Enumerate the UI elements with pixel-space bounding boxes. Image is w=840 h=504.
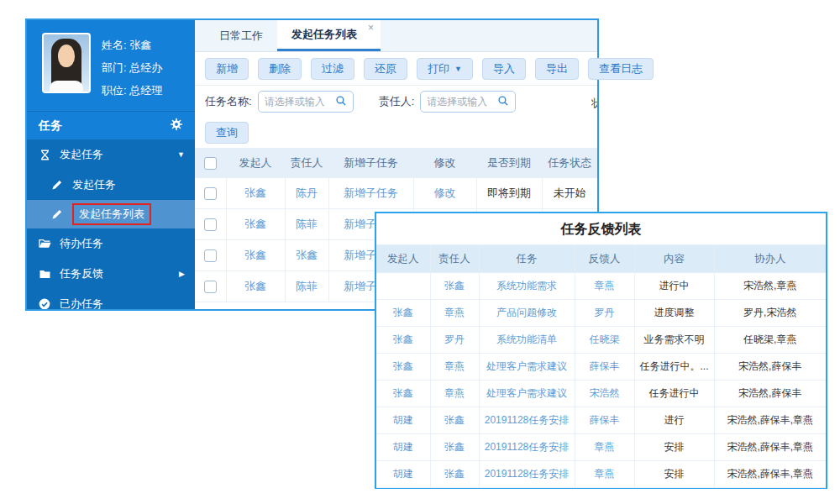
check-circle-icon [37, 297, 52, 309]
feedback-row[interactable]: 张鑫 罗丹 系统功能清单 任晓渠 业务需求不明 任晓渠,章燕 [376, 327, 826, 354]
tab-daily-work[interactable]: 日常工作 [205, 20, 277, 51]
sidebar-item-label: 发起任务 [72, 177, 116, 192]
sidebar-item-label: 发起任务 [60, 147, 103, 162]
feedback-row[interactable]: 张鑫 章燕 产品问题修改 罗丹 进度调整 罗丹,宋浩然 [376, 300, 826, 327]
toolbar: 新增 删除 过滤 还原 打印▼ 导入 导出 查看日志 [195, 52, 597, 86]
input-placeholder: 请选择或输入 [265, 95, 325, 109]
sidebar-item-label: 发起任务列表 [79, 207, 144, 220]
annotation-red-box: 发起任务列表 [72, 203, 151, 225]
header-owner: 责任人 [430, 245, 479, 273]
row-checkbox[interactable] [204, 249, 217, 262]
pencil-icon [50, 179, 65, 191]
tab-bar: 日常工作 发起任务列表 × [195, 20, 597, 52]
cell-originator: 张鑫 [226, 178, 285, 209]
cell-task-link[interactable]: 产品问题修改 [479, 300, 575, 327]
section-title: 任务 [39, 118, 62, 134]
header-feedback-person: 反馈人 [575, 245, 634, 273]
tab-initiate-task-list[interactable]: 发起任务列表 × [277, 20, 381, 51]
search-icon[interactable] [497, 95, 509, 109]
sidebar-item-label: 任务反馈 [60, 266, 103, 281]
cell-task-link[interactable]: 20191128任务安排 [479, 407, 575, 434]
header-checkbox-cell [195, 149, 226, 178]
cell-collaborators: 宋浩然,薛保丰,章燕 [714, 407, 826, 434]
button-label: 导入 [493, 61, 515, 76]
cell-collaborators: 宋浩然,薛保丰,章燕 [714, 434, 826, 461]
feedback-row[interactable]: 张鑫 章燕 处理客户需求建议 宋浩然 任务进行中 宋浩然,薛保丰 [376, 381, 826, 407]
cell-originator: 胡建 [376, 434, 430, 461]
row-checkbox-cell [195, 209, 226, 240]
cell-content: 进行 [634, 407, 714, 434]
row-checkbox[interactable] [204, 218, 217, 231]
restore-button[interactable]: 还原 [364, 58, 407, 80]
cell-task-link[interactable]: 处理客户需求建议 [479, 381, 575, 407]
query-button[interactable]: 查询 [205, 122, 249, 144]
cell-add-subtask-link[interactable]: 新增子任务 [328, 178, 413, 209]
cell-task-link[interactable]: 20191128任务安排 [479, 461, 575, 488]
print-button[interactable]: 打印▼ [417, 58, 473, 80]
task-table-row[interactable]: 张鑫 陈丹 新增子任务 修改 即将到期 未开始 [195, 178, 597, 209]
delete-button[interactable]: 删除 [258, 58, 302, 80]
close-icon[interactable]: × [368, 22, 374, 34]
header-collaborators: 协办人 [714, 245, 826, 273]
cell-owner: 陈菲 [285, 209, 328, 240]
sidebar-section-tasks[interactable]: 任务 [27, 111, 195, 139]
caret-down-icon[interactable]: ▼ [177, 150, 185, 159]
cell-content: 任务进行中。... [634, 354, 714, 381]
cell-owner: 章燕 [430, 354, 479, 381]
cell-task-link[interactable]: 系统功能清单 [479, 327, 575, 354]
task-name-input[interactable]: 请选择或输入 [258, 91, 354, 113]
feedback-row[interactable]: 胡建 张鑫 20191128任务安排 章燕 安排 宋浩然,薛保丰,章燕 [376, 461, 826, 488]
view-log-button[interactable]: 查看日志 [588, 58, 654, 80]
sidebar-item-initiate-task-group[interactable]: 发起任务 ▼ [27, 139, 195, 170]
cell-task-link[interactable]: 20191128任务安排 [479, 434, 575, 461]
query-row: 查询 [195, 118, 597, 148]
profile-info: 姓名: 张鑫 部门: 总经办 职位: 总经理 [102, 34, 162, 111]
import-button[interactable]: 导入 [482, 58, 526, 80]
sidebar-item-task-feedback[interactable]: 任务反馈 ▶ [27, 259, 195, 289]
cell-feedback-person: 任晓渠 [575, 327, 634, 354]
gear-icon[interactable] [170, 118, 183, 134]
button-label: 打印 [428, 61, 449, 76]
feedback-row[interactable]: 胡建 张鑫 20191128任务安排 章燕 安排 宋浩然,薛保丰,章燕 [376, 434, 826, 461]
pencil-icon [50, 208, 65, 220]
feedback-row[interactable]: 张鑫 章燕 处理客户需求建议 薛保丰 任务进行中。... 宋浩然,薛保丰 [376, 354, 826, 381]
filter-button[interactable]: 过滤 [311, 58, 354, 80]
add-button[interactable]: 新增 [205, 58, 249, 80]
owner-input[interactable]: 请选择或输入 [420, 91, 516, 113]
cell-originator: 张鑫 [226, 209, 285, 240]
cell-feedback-person: 罗丹 [575, 300, 634, 327]
cell-content: 安排 [634, 461, 714, 488]
folder-open-icon [37, 237, 52, 250]
sidebar-item-initiate-task-list[interactable]: 发起任务列表 [27, 200, 195, 228]
sidebar-item-done-tasks[interactable]: 已办任务 [27, 289, 195, 309]
profile-name-row: 姓名: 张鑫 [102, 34, 162, 56]
search-icon[interactable] [335, 95, 347, 109]
cell-owner: 张鑫 [430, 273, 479, 300]
cell-task-link[interactable]: 处理客户需求建议 [479, 354, 575, 381]
feedback-row[interactable]: 胡建 张鑫 20191128任务安排 薛保丰 进行 宋浩然,薛保丰,章燕 [376, 407, 826, 434]
select-all-checkbox[interactable] [204, 157, 217, 170]
cell-owner: 章燕 [430, 300, 479, 327]
title-label: 职位: [102, 84, 127, 97]
button-label: 删除 [269, 61, 291, 76]
row-checkbox-cell [195, 178, 226, 209]
sidebar-item-initiate-task[interactable]: 发起任务 [27, 170, 195, 200]
avatar-shirt [50, 81, 83, 92]
title-value: 总经理 [129, 84, 162, 97]
cell-task-link[interactable]: 系统功能需求 [479, 273, 575, 300]
name-value: 张鑫 [129, 39, 151, 51]
cell-collaborators: 宋浩然,薛保丰,章燕 [714, 461, 826, 488]
cell-modify-link[interactable]: 修改 [413, 178, 476, 209]
row-checkbox[interactable] [204, 187, 217, 200]
cell-collaborators: 任晓渠,章燕 [714, 327, 826, 354]
row-checkbox-cell [195, 240, 226, 271]
feedback-row[interactable]: 张鑫 系统功能需求 章燕 进行中 宋浩然,章燕 [376, 273, 826, 300]
caret-right-icon[interactable]: ▶ [179, 270, 185, 278]
cell-originator: 张鑫 [226, 271, 285, 302]
header-due: 是否到期 [476, 149, 542, 178]
input-placeholder: 请选择或输入 [427, 95, 487, 109]
sidebar-item-todo-tasks[interactable]: 待办任务 [27, 228, 195, 259]
cell-content: 任务进行中 [634, 381, 714, 407]
export-button[interactable]: 导出 [535, 58, 579, 80]
row-checkbox[interactable] [204, 281, 217, 293]
